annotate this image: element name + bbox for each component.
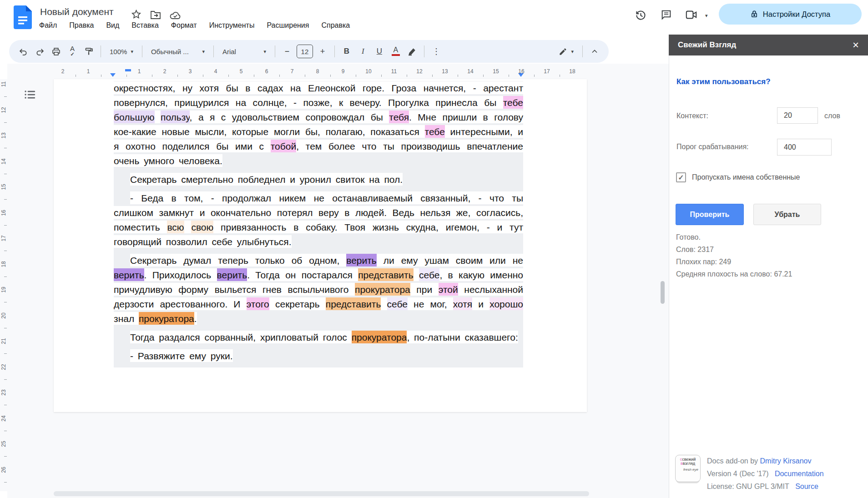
document-title[interactable]: Новый документ — [40, 6, 114, 17]
more-toolbar-options-button[interactable]: ⋮ — [429, 44, 443, 59]
video-call-icon[interactable] — [685, 9, 697, 20]
document-page[interactable]: окрестностях, ну хотя бы в садах на Елео… — [54, 79, 587, 412]
highlighted-word: этой — [439, 283, 458, 296]
spellcheck-button[interactable]: A ✓ — [66, 44, 79, 59]
source-link[interactable]: Source — [795, 483, 818, 490]
context-input[interactable] — [777, 107, 818, 124]
underline-button[interactable]: U — [373, 44, 386, 59]
bold-button[interactable]: B — [340, 44, 353, 59]
horizontal-scrollbar[interactable] — [54, 491, 589, 496]
doc-text-block[interactable]: окрестностях, ну хотя бы в садах на Елео… — [114, 81, 523, 367]
font-select[interactable]: Arial ▾ — [219, 44, 270, 59]
first-line-indent-marker[interactable] — [125, 69, 131, 71]
logo-text-2: взгляд — [683, 461, 695, 466]
move-to-folder-icon[interactable] — [150, 10, 161, 20]
help-link[interactable]: Как этим пользоваться? — [676, 77, 771, 86]
text-run: . Приходилось — [144, 268, 217, 281]
toolbar-divider — [424, 45, 424, 57]
check-button[interactable]: Проверить — [676, 204, 744, 225]
ruler-tick — [381, 75, 382, 77]
editing-mode-button[interactable]: ▾ — [555, 44, 577, 59]
video-call-caret-icon[interactable]: ▾ — [705, 13, 708, 19]
version-history-icon[interactable] — [635, 9, 647, 21]
highlighted-word: представить — [358, 268, 414, 281]
doc-paragraph[interactable]: - Беда в том, - продолжал никем не остан… — [114, 191, 523, 249]
share-button[interactable]: Настройки Доступа — [719, 4, 862, 25]
doc-paragraph[interactable]: Секретарь думал теперь только об одном, … — [114, 253, 523, 326]
hide-menus-button[interactable] — [588, 44, 601, 59]
styles-select[interactable]: Обычный ... ▾ — [147, 44, 208, 59]
menu-help[interactable]: Справка — [321, 21, 350, 30]
zoom-value: 100% — [110, 48, 127, 55]
chevron-down-icon: ▾ — [571, 49, 574, 55]
ruler-number: 25 — [0, 439, 7, 448]
redo-button[interactable] — [33, 44, 46, 59]
font-size-input[interactable] — [297, 45, 313, 58]
left-indent-marker[interactable] — [110, 73, 116, 77]
skip-proper-names-label: Пропускать имена собственные — [692, 173, 800, 181]
zoom-select[interactable]: 100% ▾ — [106, 44, 137, 59]
menu-tools[interactable]: Инструменты — [209, 21, 255, 30]
menu-format[interactable]: Формат — [171, 21, 197, 30]
star-icon[interactable] — [131, 9, 141, 20]
text-color-button[interactable]: A — [389, 44, 403, 59]
text-run: секретарь — [269, 297, 326, 310]
show-document-outline-button[interactable] — [24, 89, 36, 100]
ruler-number: 1 — [87, 68, 90, 75]
ruler-number: 12 — [416, 68, 422, 75]
ruler-number: 11 — [391, 68, 397, 75]
menu-insert[interactable]: Вставка — [131, 21, 158, 30]
menu-view[interactable]: Вид — [106, 21, 119, 30]
close-icon[interactable]: × — [853, 40, 859, 50]
ruler-number: 15 — [493, 68, 499, 75]
ruler-tick — [356, 75, 356, 77]
addon-title: Свежий Взгляд — [678, 40, 736, 50]
highlighted-word: себе — [419, 268, 439, 281]
cloud-saved-icon[interactable] — [169, 10, 182, 20]
clear-button[interactable]: Убрать — [753, 204, 821, 225]
ruler-tick — [407, 75, 407, 77]
vertical-scrollbar-thumb[interactable] — [661, 281, 665, 304]
menu-extensions[interactable]: Расширения — [267, 21, 309, 30]
author-link[interactable]: Dmitry Kirsanov — [760, 457, 812, 465]
ruler-tick — [509, 75, 509, 77]
text-run: и — [472, 297, 490, 310]
text-run: , а я с удовольствием сопровождал бы — [190, 111, 389, 123]
skip-proper-names-checkbox[interactable]: ✓ — [676, 172, 686, 182]
paint-format-button[interactable] — [82, 44, 96, 59]
increase-font-size-button[interactable]: + — [316, 44, 329, 59]
status-line: Плохих пар: 249 — [676, 256, 792, 268]
ruler-tick — [76, 75, 76, 77]
doc-paragraph[interactable]: Тогда раздался сорванный, хрипловатый го… — [114, 330, 523, 345]
horizontal-ruler[interactable]: 21123456789101112131415161718 — [54, 68, 587, 78]
highlighted-word: большую — [114, 111, 155, 123]
highlighted-word: всю — [167, 221, 184, 233]
highlighted-word: тобой — [271, 140, 297, 152]
undo-button[interactable] — [16, 44, 30, 59]
ruler-number: 4 — [214, 68, 217, 75]
style-value: Обычный ... — [151, 48, 189, 55]
text-run: не мог, — [408, 297, 453, 310]
italic-button[interactable]: I — [356, 44, 370, 59]
print-button[interactable] — [49, 44, 63, 59]
menu-edit[interactable]: Правка — [69, 21, 94, 30]
comments-icon[interactable] — [661, 9, 672, 20]
highlighted-word: представить — [326, 297, 381, 310]
menu-file[interactable]: Файл — [39, 21, 57, 30]
ruler-tick — [203, 75, 203, 77]
doc-paragraph[interactable]: - Развяжите ему руки. — [114, 349, 523, 363]
highlight-color-button[interactable] — [405, 44, 419, 59]
footer-line-author: Docs add-on by Dmitry Kirsanov — [707, 455, 824, 468]
text-run: Тогда раздался сорванный, хрипловатый го… — [130, 331, 352, 343]
highlighted-word: прокуратора — [139, 312, 194, 325]
doc-paragraph[interactable]: окрестностях, ну хотя бы в садах на Елео… — [114, 81, 523, 168]
documentation-link[interactable]: Documentation — [775, 470, 824, 478]
vertical-ruler[interactable]: 11121314151617181920212223242526 — [0, 79, 7, 491]
status-line: Средняя плохость на слово: 67.21 — [676, 268, 792, 280]
google-docs-logo[interactable] — [14, 5, 32, 29]
threshold-input[interactable] — [777, 139, 832, 156]
footer-line-license: License: GNU GPL 3/MIT Source — [707, 480, 824, 493]
decrease-font-size-button[interactable]: − — [280, 44, 294, 59]
doc-paragraph[interactable]: Секретарь смертельно побледнел и уронил … — [114, 172, 523, 187]
highlighted-word: хорошо — [490, 297, 523, 310]
